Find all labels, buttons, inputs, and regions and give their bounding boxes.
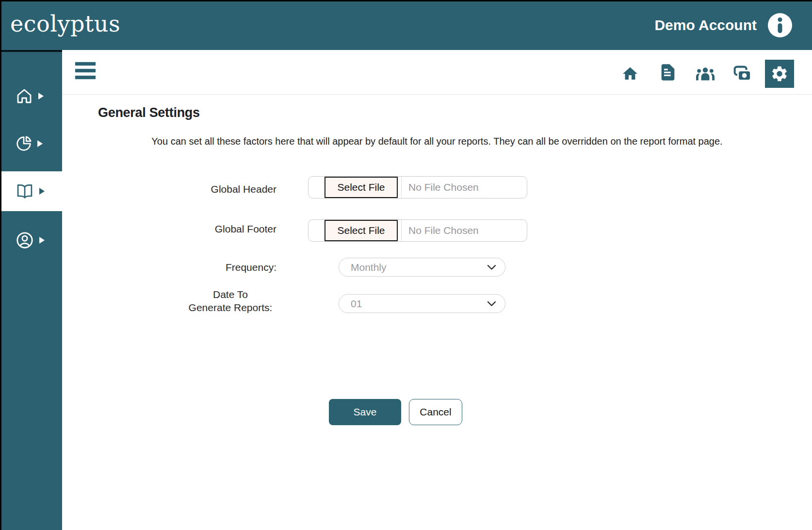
chevron-down-icon	[487, 301, 496, 307]
select-file-button[interactable]: Select File	[325, 177, 398, 198]
main-content: General Settings You can set all these f…	[62, 95, 812, 530]
select-file-button[interactable]: Select File	[325, 220, 398, 241]
report-date-label-line1: Date To	[184, 288, 276, 301]
report-date-label: Date To Generate Reports:	[184, 288, 276, 314]
account-name: Demo Account	[654, 17, 757, 33]
app: ecolyptus Demo Account	[0, 0, 812, 530]
info-icon-dot	[778, 17, 782, 22]
window-left-edge	[0, 0, 1, 530]
toolbar-gallery-button[interactable]	[731, 63, 753, 87]
toolbar-reports-button[interactable]	[658, 63, 678, 84]
pie-chart-icon	[15, 134, 33, 153]
sidebar-item-library[interactable]	[0, 171, 62, 211]
page-title: General Settings	[98, 105, 200, 120]
global-footer-label: Global Footer	[184, 222, 276, 235]
sidebar	[0, 50, 62, 530]
menu-icon[interactable]	[75, 62, 96, 79]
chevron-right-icon	[39, 188, 45, 195]
chevron-down-icon	[487, 265, 496, 270]
cancel-button[interactable]: Cancel	[409, 399, 462, 425]
chevron-right-icon	[39, 237, 45, 244]
home-icon	[621, 65, 639, 83]
window-top-edge	[0, 0, 812, 1]
frequency-select[interactable]: Monthly	[339, 258, 505, 277]
report-date-value: 01	[351, 298, 487, 310]
report-date-select[interactable]: 01	[339, 294, 505, 313]
save-button[interactable]: Save	[329, 399, 401, 425]
file-name-text: No File Chosen	[408, 177, 479, 198]
home-outline-icon	[15, 86, 34, 106]
info-icon[interactable]	[768, 13, 792, 37]
global-header-label: Global Header	[184, 182, 276, 196]
frequency-value: Monthly	[351, 262, 487, 273]
report-date-label-line2: Generate Reports:	[184, 301, 276, 314]
gear-icon	[770, 65, 789, 83]
photo-stack-icon	[731, 63, 753, 85]
open-book-icon	[15, 182, 35, 200]
top-header: ecolyptus Demo Account	[0, 0, 812, 50]
document-icon	[658, 63, 678, 82]
info-icon-stem	[778, 23, 782, 33]
page-description: You can set all these factors here that …	[62, 136, 812, 147]
sidebar-item-home[interactable]	[0, 76, 62, 116]
file-input-divider	[401, 220, 402, 241]
user-circle-icon	[15, 230, 35, 250]
global-header-file-input[interactable]: Select File No File Chosen	[308, 176, 527, 199]
toolbar-home-button[interactable]	[621, 65, 639, 84]
file-name-text: No File Chosen	[408, 220, 479, 241]
frequency-label: Frequency:	[184, 261, 276, 274]
chevron-right-icon	[37, 140, 43, 147]
chevron-right-icon	[38, 93, 44, 99]
sidebar-item-reports[interactable]	[0, 124, 62, 164]
toolbar-settings-button[interactable]	[765, 60, 794, 88]
toolbar	[62, 50, 812, 95]
app-logo[interactable]: ecolyptus	[10, 13, 120, 38]
global-footer-file-input[interactable]: Select File No File Chosen	[308, 219, 527, 242]
sidebar-item-account[interactable]	[0, 220, 62, 260]
toolbar-users-button[interactable]	[694, 63, 716, 87]
file-input-divider	[401, 177, 402, 198]
people-group-icon	[694, 63, 716, 85]
